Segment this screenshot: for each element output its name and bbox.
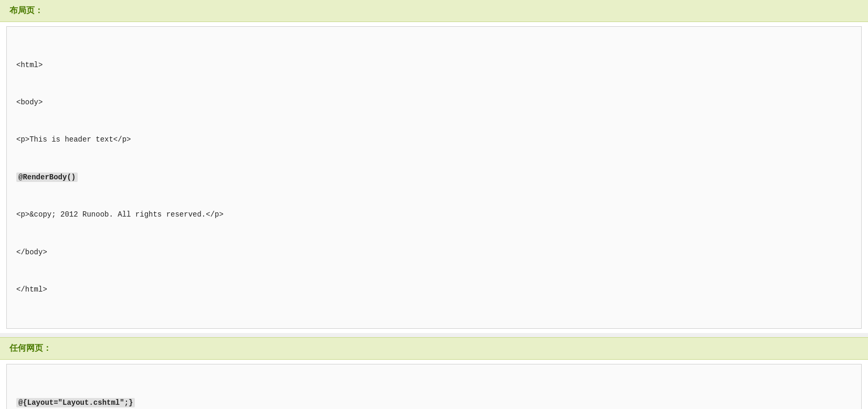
section-anypage: 任何网页： @{Layout="Layout.cshtml";} <h1>Wel…	[0, 337, 868, 409]
code-block-anypage: @{Layout="Layout.cshtml";} <h1>Welcome t…	[6, 364, 862, 409]
code-line-7: </html>	[16, 284, 852, 296]
code-line-6: </body>	[16, 246, 852, 259]
anypage-line-1: @{Layout="Layout.cshtml";}	[16, 397, 852, 409]
section-layout-header: 布局页：	[0, 0, 868, 22]
code-line-3: <p>This is header text</p>	[16, 134, 852, 146]
section-layout: 布局页： <html> <body> <p>This is header tex…	[0, 0, 868, 329]
code-block-layout: <html> <body> <p>This is header text</p>…	[6, 26, 862, 329]
layout-directive-highlight: @{Layout="Layout.cshtml";}	[16, 398, 135, 407]
section-layout-title: 布局页：	[9, 6, 43, 15]
render-body-highlight: @RenderBody()	[16, 173, 78, 182]
code-line-2: <body>	[16, 96, 852, 109]
section-anypage-header: 任何网页：	[0, 337, 868, 360]
code-line-5: <p>&copy; 2012 Runoob. All rights reserv…	[16, 209, 852, 221]
code-line-4: @RenderBody()	[16, 171, 852, 184]
code-line-1: <html>	[16, 59, 852, 72]
section-anypage-title: 任何网页：	[9, 343, 51, 352]
section-gap	[0, 333, 868, 337]
page-wrapper: 布局页： <html> <body> <p>This is header tex…	[0, 0, 868, 409]
